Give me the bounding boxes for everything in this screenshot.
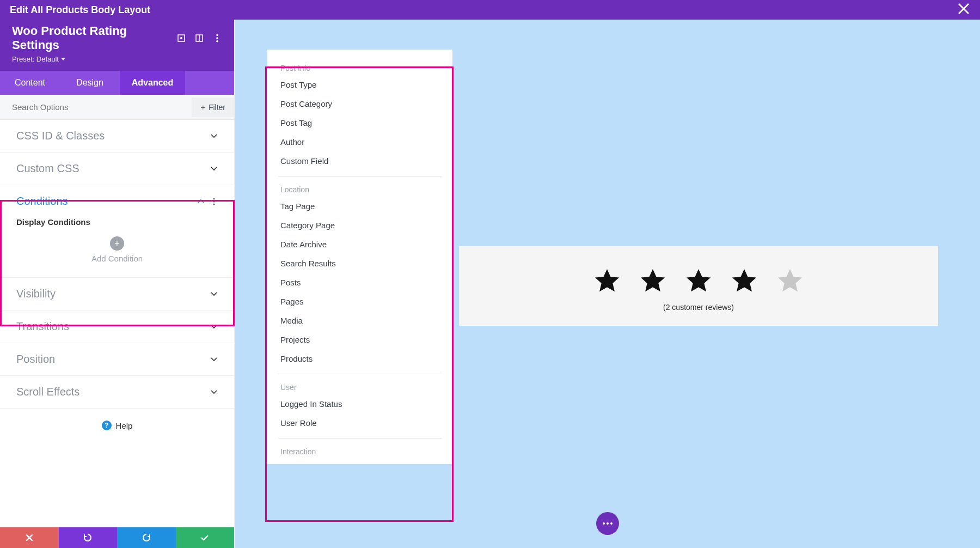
- help-label: Help: [116, 421, 133, 430]
- expand-icon: [177, 34, 186, 42]
- preset-dropdown[interactable]: Preset: Default: [12, 55, 222, 63]
- star-icon: [592, 267, 622, 296]
- svg-point-7: [216, 34, 218, 36]
- section-header[interactable]: Custom CSS: [0, 153, 234, 185]
- section-more-button[interactable]: [210, 197, 218, 206]
- bottom-action-bar: [0, 527, 234, 548]
- sidebar-title: Woo Product Rating Settings: [12, 24, 168, 52]
- svg-point-2: [610, 522, 612, 525]
- kebab-icon: [213, 34, 222, 42]
- popup-group-title: Post Info: [278, 58, 442, 75]
- preset-label: Preset: Default: [12, 55, 59, 63]
- popup-item-custom-field[interactable]: Custom Field: [278, 151, 442, 171]
- columns-icon: [195, 34, 204, 42]
- search-input[interactable]: [0, 95, 192, 119]
- more-button[interactable]: [212, 33, 222, 44]
- canvas-area: Post Info Post Type Post Category Post T…: [235, 20, 980, 548]
- popup-item-user-role[interactable]: User Role: [278, 413, 442, 433]
- svg-point-9: [216, 40, 218, 42]
- section-title: Transitions: [16, 320, 69, 333]
- chevron-up-icon: [197, 198, 205, 205]
- popup-item-category-page[interactable]: Category Page: [278, 216, 442, 235]
- undo-button[interactable]: [59, 527, 118, 548]
- section-header[interactable]: Position: [0, 343, 234, 375]
- svg-point-11: [213, 200, 215, 202]
- close-icon: [957, 2, 970, 15]
- filter-label: Filter: [209, 103, 225, 112]
- tab-content[interactable]: Content: [0, 71, 60, 95]
- help-icon: ?: [102, 421, 112, 430]
- section-position: Position: [0, 343, 234, 376]
- close-button[interactable]: [957, 2, 970, 17]
- add-condition-label[interactable]: Add Condition: [16, 254, 218, 263]
- tab-design[interactable]: Design: [60, 71, 120, 95]
- popup-item-products[interactable]: Products: [278, 349, 442, 368]
- add-condition-button[interactable]: +: [110, 236, 124, 251]
- svg-point-10: [213, 198, 215, 199]
- section-header[interactable]: Scroll Effects: [0, 376, 234, 408]
- plus-icon: +: [201, 103, 205, 112]
- section-scroll-effects: Scroll Effects: [0, 376, 234, 409]
- star-icon-empty: [775, 267, 805, 296]
- filter-button[interactable]: + Filter: [192, 98, 234, 117]
- popup-item-date-archive[interactable]: Date Archive: [278, 235, 442, 254]
- reviews-count[interactable]: (2 customer reviews): [475, 303, 922, 312]
- star-icon: [684, 267, 713, 296]
- popup-item-media[interactable]: Media: [278, 311, 442, 330]
- check-icon: [200, 533, 210, 543]
- popup-item-author[interactable]: Author: [278, 132, 442, 151]
- redo-icon: [142, 533, 151, 543]
- builder-fab-button[interactable]: [596, 512, 619, 535]
- popup-item-projects[interactable]: Projects: [278, 330, 442, 349]
- popup-item-post-type[interactable]: Post Type: [278, 75, 442, 94]
- section-custom-css: Custom CSS: [0, 153, 234, 185]
- section-title: Conditions: [16, 195, 68, 208]
- svg-point-4: [180, 37, 182, 39]
- app-header-bar: Edit All Products Body Layout: [0, 0, 980, 20]
- section-css-id: CSS ID & Classes: [0, 120, 234, 153]
- popup-item-posts[interactable]: Posts: [278, 273, 442, 292]
- section-header[interactable]: Transitions: [0, 310, 234, 343]
- section-title: Scroll Effects: [16, 386, 79, 398]
- popup-group-title: Interaction: [278, 442, 442, 459]
- popup-item-post-tag[interactable]: Post Tag: [278, 113, 442, 132]
- svg-point-8: [216, 37, 218, 39]
- settings-sidebar: Woo Product Rating Settings Preset: Defa…: [0, 20, 235, 548]
- save-button[interactable]: [176, 527, 235, 548]
- popup-item-post-category[interactable]: Post Category: [278, 94, 442, 113]
- section-title: Visibility: [16, 288, 56, 300]
- popup-item-tag-page[interactable]: Tag Page: [278, 197, 442, 216]
- section-header[interactable]: Conditions: [0, 185, 234, 217]
- svg-point-0: [603, 522, 605, 525]
- svg-point-1: [607, 522, 609, 525]
- search-row: + Filter: [0, 95, 234, 120]
- svg-point-12: [213, 203, 215, 205]
- popup-item-search-results[interactable]: Search Results: [278, 254, 442, 273]
- section-title: Custom CSS: [16, 162, 79, 175]
- popup-group-title: User: [278, 377, 442, 394]
- popup-item-logged-in-status[interactable]: Logged In Status: [278, 394, 442, 413]
- chevron-down-icon: [210, 165, 218, 173]
- section-body: Display Conditions + Add Condition: [0, 217, 234, 277]
- more-icon: [603, 522, 612, 525]
- popup-group-title: Location: [278, 180, 442, 197]
- star-row: [475, 267, 922, 296]
- redo-button[interactable]: [117, 527, 176, 548]
- tab-advanced[interactable]: Advanced: [120, 71, 185, 95]
- layout-button[interactable]: [194, 33, 204, 44]
- section-visibility: Visibility: [0, 278, 234, 310]
- popup-item-pages[interactable]: Pages: [278, 292, 442, 311]
- conditions-popup: Post Info Post Type Post Category Post T…: [267, 50, 452, 464]
- section-header[interactable]: CSS ID & Classes: [0, 120, 234, 152]
- expand-button[interactable]: [176, 33, 186, 44]
- section-title: CSS ID & Classes: [16, 130, 105, 142]
- chevron-down-icon: [210, 323, 218, 331]
- chevron-down-icon: [210, 356, 218, 363]
- chevron-down-icon: [61, 58, 65, 60]
- discard-button[interactable]: [0, 527, 59, 548]
- chevron-down-icon: [210, 290, 218, 298]
- section-header[interactable]: Visibility: [0, 278, 234, 310]
- settings-tabs: Content Design Advanced: [0, 71, 234, 95]
- section-conditions: Conditions Display Conditions + Add Cond…: [0, 185, 234, 278]
- help-button[interactable]: ? Help: [0, 409, 234, 442]
